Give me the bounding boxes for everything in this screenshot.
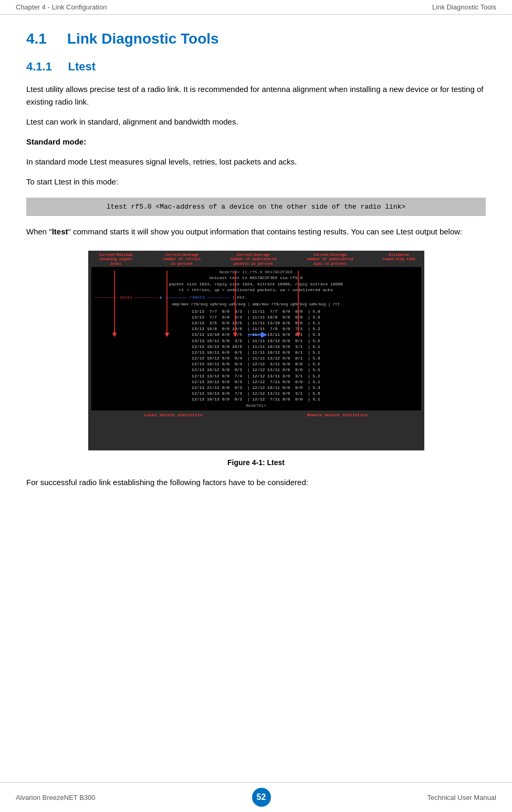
standard-mode-label: Standard mode: [26,136,486,148]
footer-left: Alvarion BreezeNET B300 [16,794,96,801]
subsection-title: 4.1.1 Ltest [26,60,486,74]
paragraph-3: In standard mode Ltest measures signal l… [26,156,486,168]
header-right: Link Diagnostic Tools [432,3,496,11]
page-number: 52 [252,788,271,807]
ltest-figure: Current/Maximumincoming signallevel Curr… [88,251,424,450]
subsection-number: 4.1.1 [26,60,52,73]
section-number: 4.1 [26,30,47,47]
code-text: ltest rf5.0 <Mac-address of a device on … [107,203,406,211]
paragraph-4: To start Ltest in this mode: [26,176,486,188]
paragraph-1: Ltest utility allows precise test of a r… [26,83,486,108]
paragraph-6: For successful radio link establishing t… [26,476,486,489]
main-content: 4.1 Link Diagnostic Tools 4.1.1 Ltest Lt… [0,15,512,538]
paragraph-2: Ltest can work in standard, alignment an… [26,116,486,128]
footer-right: Technical User Manual [427,794,496,801]
paragraph-5: When "ltest" command starts it will show… [26,225,486,238]
header-left: Chapter 4 - Link Configuration [16,3,107,11]
page-header: Chapter 4 - Link Configuration Link Diag… [0,0,512,15]
section-name: Link Diagnostic Tools [67,30,219,47]
p5-after: " command starts it will show you output… [68,227,463,236]
section-title: 4.1 Link Diagnostic Tools [26,30,486,47]
code-block: ltest rf5.0 <Mac-address of a device on … [26,198,486,216]
p5-bold: ltest [52,227,68,236]
subsection-name: Ltest [68,60,96,73]
figure-caption: Figure 4-1: Ltest [26,458,486,467]
p5-before: When " [26,227,52,236]
page-footer: Alvarion BreezeNET B300 52 Technical Use… [0,782,512,812]
figure-container: Current/Maximumincoming signallevel Curr… [26,251,486,467]
